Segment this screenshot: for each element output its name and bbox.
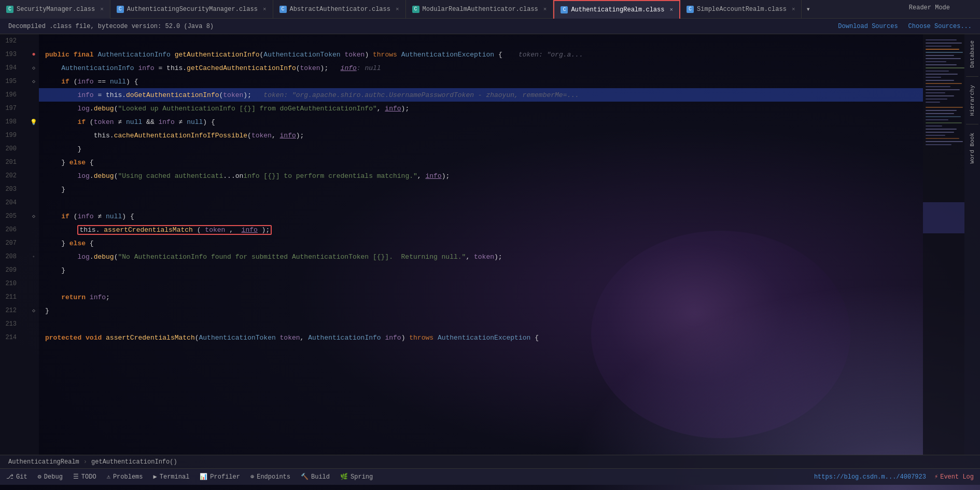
tab-security-manager[interactable]: C SecurityManager.class × (0, 0, 110, 19)
code-editor[interactable]: public final AuthenticationInfo getAuthe… (39, 34, 923, 455)
gutter-diamond-212: ◇ (29, 307, 39, 314)
line-197-num: 197 (0, 102, 29, 115)
line-214-num: 214 (0, 331, 29, 344)
sidebar-divider-1 (966, 76, 978, 77)
tab-authenticating-security-manager[interactable]: C AuthenticatingSecurityManager.class × (110, 0, 273, 19)
gutter-201 (29, 156, 39, 169)
toolbar-profiler[interactable]: 📊 Profiler (200, 473, 240, 481)
svg-rect-7 (926, 61, 946, 62)
tab-simple-account-realm[interactable]: C SimpleAccountRealm.class × (680, 0, 802, 19)
tab-close-simple-account[interactable]: × (792, 6, 795, 12)
line-210-num: 210 (0, 277, 29, 290)
toolbar-todo[interactable]: ☰ TODO (73, 473, 96, 481)
status-url[interactable]: https://blog.csdn.m.../4007923 (814, 473, 926, 481)
svg-rect-32 (926, 141, 963, 142)
minimap-viewport[interactable] (923, 202, 964, 233)
tab-icon-auth-sec-mgr: C (117, 6, 124, 13)
toolbar-problems[interactable]: ⚠ Problems (107, 473, 143, 481)
minimap-svg (923, 34, 964, 455)
code-line-200: } (39, 142, 923, 156)
gutter-198: 💡 (29, 115, 39, 129)
terminal-icon: ▶ (153, 473, 157, 481)
svg-rect-8 (926, 64, 957, 65)
info-bar-links: Download Sources Choose Sources... (838, 23, 972, 30)
tab-close-auth-sec-mgr[interactable]: × (263, 6, 267, 12)
spring-icon: 🌿 (340, 473, 348, 481)
code-line-214: protected void assertCredentialsMatch ( … (39, 331, 923, 344)
choose-sources-link[interactable]: Choose Sources... (908, 23, 972, 30)
gutter-diamond-194: ◇ (29, 65, 39, 71)
tab-overflow-button[interactable]: ▾ (802, 0, 814, 19)
gutter-bulb-198[interactable]: 💡 (29, 119, 39, 125)
code-line-202: log . debug ( "Using cached authenticati… (39, 169, 923, 183)
endpoints-icon: ⊕ (250, 473, 254, 481)
profiler-icon: 📊 (200, 473, 207, 481)
toolbar-build[interactable]: 🔨 Build (301, 473, 330, 481)
sidebar-word-book-label[interactable]: Word Book (969, 127, 975, 170)
line-192-num: 192 (0, 34, 29, 48)
sidebar-divider-2 (966, 124, 978, 124)
download-sources-link[interactable]: Download Sources (838, 23, 898, 30)
line-200-num: 200 (0, 142, 29, 156)
tab-close-modular-realm[interactable]: × (543, 6, 547, 12)
line-208-num: 208 (0, 250, 29, 263)
status-right: https://blog.csdn.m.../4007923 ⚡ Event L… (814, 473, 974, 481)
tab-abstract-authenticator[interactable]: C AbstractAuthenticator.class × (273, 0, 406, 19)
line-204-num: 204 (0, 196, 29, 209)
toolbar-terminal[interactable]: ▶ Terminal (153, 473, 190, 481)
svg-rect-15 (926, 86, 950, 87)
tab-icon-abstract-auth: C (279, 6, 287, 13)
minimap (923, 34, 964, 455)
toolbar-debug[interactable]: ⚙ Debug (38, 473, 63, 481)
code-line-208: log . debug ( "No AuthenticationInfo fou… (39, 250, 923, 263)
gutter-diamond-205: ◇ (29, 213, 39, 219)
info-bar: Decompiled .class file, bytecode version… (0, 19, 980, 34)
svg-rect-1 (926, 43, 962, 44)
svg-rect-13 (926, 80, 954, 81)
build-icon: 🔨 (301, 473, 309, 481)
code-line-198: if ( token ≠ null && info ≠ null ) { (39, 115, 923, 129)
tab-modular-realm-authenticator[interactable]: C ModularRealmAuthenticator.class × (406, 0, 554, 19)
code-line-196: info = this. doGetAuthenticationInfo ( t… (39, 88, 923, 102)
svg-rect-26 (926, 122, 962, 123)
code-line-211: return info ; (39, 290, 923, 304)
gutter-196 (29, 88, 39, 102)
gutter-204 (29, 196, 39, 209)
status-event-log[interactable]: ⚡ Event Log (934, 473, 974, 481)
line-196-num: 196 (0, 88, 29, 102)
svg-rect-3 (926, 49, 959, 50)
breadcrumb-method[interactable]: getAuthenticationInfo() (91, 458, 177, 466)
svg-rect-4 (926, 52, 963, 53)
gutter-202 (29, 169, 39, 183)
sidebar-hierarchy-label[interactable]: Hierarchy (969, 79, 975, 122)
sidebar-database-label[interactable]: Database (969, 34, 975, 74)
tab-close-auth-realm[interactable]: × (669, 7, 673, 13)
code-line-195: if ( info == null ) { (39, 75, 923, 88)
breadcrumb-class[interactable]: AuthenticatingRealm (8, 458, 79, 466)
svg-rect-6 (926, 58, 961, 59)
tab-authenticating-realm[interactable]: C AuthenticatingRealm.class × (553, 0, 680, 19)
svg-rect-17 (926, 92, 945, 93)
breadcrumb-separator: › (83, 458, 87, 466)
line-198-num: 198 (0, 115, 29, 129)
line-193-num: 193 (0, 48, 29, 61)
svg-rect-23 (926, 113, 954, 114)
code-line-212: } (39, 304, 923, 317)
toolbar-spring[interactable]: 🌿 Spring (340, 473, 373, 481)
svg-rect-24 (926, 116, 961, 117)
svg-rect-2 (926, 46, 951, 47)
gutter-212: ◇ (29, 304, 39, 317)
line-213-num: 213 (0, 317, 29, 331)
line-201-num: 201 (0, 156, 29, 169)
tab-close-security-manager[interactable]: × (100, 6, 104, 12)
svg-rect-20 (926, 102, 940, 103)
tab-icon-security-manager: C (6, 6, 13, 13)
reader-mode-label[interactable]: Reader Mode (905, 0, 954, 16)
svg-rect-10 (926, 71, 949, 72)
gutter-arrow-193: ● (29, 51, 39, 58)
tab-close-abstract-auth[interactable]: × (396, 6, 399, 12)
toolbar-git[interactable]: ⎇ Git (6, 473, 27, 481)
gutter-214 (29, 331, 39, 344)
svg-rect-5 (926, 55, 954, 56)
toolbar-endpoints[interactable]: ⊕ Endpoints (250, 473, 290, 481)
